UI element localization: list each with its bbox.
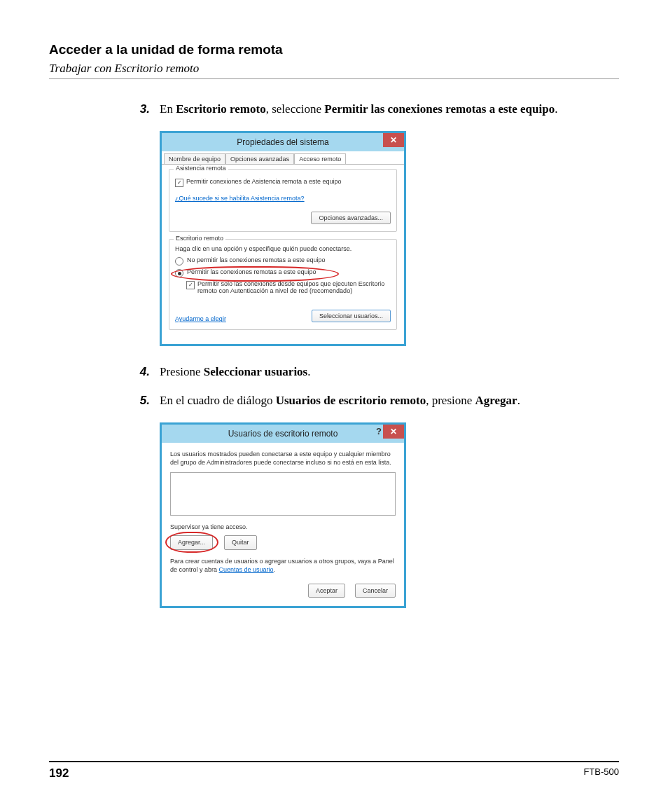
step-4: 4. Presione Seleccionar usuarios.	[126, 363, 598, 381]
users-listbox[interactable]	[170, 472, 396, 516]
radio-no-remote[interactable]: No permitir las conexiones remotas a est…	[175, 256, 391, 266]
tab-remote-access[interactable]: Acceso remoto	[294, 153, 346, 164]
product-model: FTB-500	[583, 766, 619, 780]
note-text: Para crear cuentas de usuarios o agregar…	[170, 557, 396, 574]
group-remote-assistance: Asistencia remota ✓ Permitir conexiones …	[169, 169, 397, 232]
access-note: Supervisor ya tiene acceso.	[170, 523, 396, 531]
radio-allow-remote[interactable]: Permitir las conexiones remotas a este e…	[175, 268, 391, 277]
tab-advanced-options[interactable]: Opciones avanzadas	[225, 153, 294, 164]
page-header: Acceder a la unidad de forma remota Trab…	[49, 42, 619, 79]
page-number: 192	[49, 766, 69, 780]
instruction-steps: 3. En Escritorio remoto, seleccione Perm…	[126, 100, 598, 608]
dialog-title: Usuarios de escritorio remoto	[228, 429, 338, 439]
dialog-title: Propiedades del sistema	[237, 137, 328, 147]
step-number: 3.	[126, 100, 160, 118]
add-button[interactable]: Agregar...	[170, 535, 213, 549]
screenshot-remote-users: Usuarios de escritorio remoto ? ✕ Los us…	[160, 422, 598, 608]
screenshot-system-properties: Propiedades del sistema ✕ Nombre de equi…	[160, 131, 598, 346]
link-what-happens[interactable]: ¿Qué sucede si se habilita Asistencia re…	[175, 195, 305, 202]
dialog-body: Asistencia remota ✓ Permitir conexiones …	[162, 165, 404, 344]
step-text: En el cuadro de diálogo Usuarios de escr…	[160, 392, 598, 410]
button-row: Agregar... Quitar	[170, 535, 396, 549]
group-label: Escritorio remoto	[174, 235, 225, 242]
close-icon[interactable]: ✕	[383, 425, 404, 439]
link-help-choose[interactable]: Ayudarme a elegir	[175, 315, 226, 322]
dialog-body: Los usuarios mostrados pueden conectarse…	[162, 443, 404, 606]
checkbox-icon: ✓	[186, 281, 195, 289]
step-5: 5. En el cuadro de diálogo Usuarios de e…	[126, 392, 598, 410]
dialog-system-properties: Propiedades del sistema ✕ Nombre de equi…	[160, 131, 406, 346]
intro-text: Los usuarios mostrados pueden conectarse…	[170, 450, 396, 467]
tab-strip: Nombre de equipo Opciones avanzadas Acce…	[162, 151, 404, 165]
group-label: Asistencia remota	[174, 165, 228, 172]
select-users-button[interactable]: Seleccionar usuarios...	[312, 310, 391, 322]
checkbox-allow-assistance[interactable]: ✓ Permitir conexiones de Asistencia remo…	[175, 178, 391, 187]
remove-button[interactable]: Quitar	[224, 535, 257, 549]
group-remote-desktop: Escritorio remoto Haga clic en una opció…	[169, 239, 397, 330]
cancel-button[interactable]: Cancelar	[355, 584, 396, 598]
checkbox-nla-only[interactable]: ✓ Permitir solo las conexiones desde equ…	[186, 280, 391, 294]
radio-icon	[175, 269, 183, 277]
titlebar[interactable]: Usuarios de escritorio remoto ? ✕	[162, 425, 404, 443]
dialog-remote-users: Usuarios de escritorio remoto ? ✕ Los us…	[160, 422, 406, 608]
step-number: 5.	[126, 392, 160, 410]
step-text: En Escritorio remoto, seleccione Permiti…	[160, 100, 598, 118]
checkbox-icon: ✓	[175, 179, 183, 187]
step-3: 3. En Escritorio remoto, seleccione Perm…	[126, 100, 598, 118]
document-page: Acceder a la unidad de forma remota Trab…	[0, 0, 668, 812]
advanced-options-button[interactable]: Opciones avanzadas...	[311, 212, 391, 224]
section-subtitle: Trabajar con Escritorio remoto	[49, 62, 619, 76]
link-user-accounts[interactable]: Cuentas de usuario	[219, 566, 274, 573]
page-footer: 192 FTB-500	[49, 761, 619, 780]
radio-icon	[175, 257, 183, 266]
step-text: Presione Seleccionar usuarios.	[160, 363, 598, 381]
section-title: Acceder a la unidad de forma remota	[49, 42, 619, 57]
hint-text: Haga clic en una opción y especifique qu…	[175, 245, 391, 252]
step-number: 4.	[126, 363, 160, 381]
ok-button[interactable]: Aceptar	[308, 584, 345, 598]
tab-computer-name[interactable]: Nombre de equipo	[164, 153, 225, 164]
close-icon[interactable]: ✕	[383, 133, 404, 147]
help-icon[interactable]: ?	[376, 426, 382, 436]
titlebar[interactable]: Propiedades del sistema ✕	[162, 133, 404, 151]
footer-buttons: Aceptar Cancelar	[170, 584, 396, 598]
